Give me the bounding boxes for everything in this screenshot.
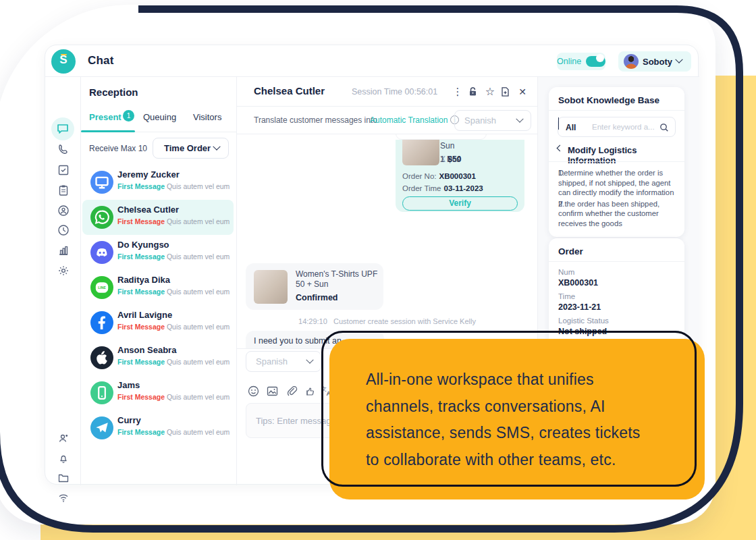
contact-tag: First Message bbox=[117, 252, 165, 261]
search-icon[interactable] bbox=[659, 123, 669, 132]
system-message: 14:29:10 Customer create session with Se… bbox=[237, 317, 537, 325]
contact-preview: Quis autem vel eum iu... bbox=[167, 252, 231, 261]
sort-order-select[interactable]: Time Order bbox=[153, 138, 229, 159]
order-time-label: Order Time bbox=[402, 184, 441, 192]
translate-label: Translate customer messages into bbox=[254, 115, 377, 125]
sidebar-item-tickets[interactable] bbox=[57, 184, 70, 197]
mobile-app-icon bbox=[90, 381, 113, 404]
contact-row[interactable]: Jams First Message Quis autem vel eum iu… bbox=[82, 375, 234, 410]
previous-bubble-peek bbox=[396, 134, 487, 140]
contact-name: Anson Seabra bbox=[117, 345, 176, 355]
knowledge-base-title: Sobot Knowledge Base bbox=[558, 95, 659, 105]
knowledge-base-card: Sobot Knowledge Base All Enter keyword a… bbox=[549, 87, 684, 237]
svg-text:LINE: LINE bbox=[98, 286, 106, 290]
translate-mode-link[interactable]: Automatic Translation bbox=[370, 115, 448, 125]
sidebar-item-files[interactable] bbox=[57, 471, 70, 485]
product-image bbox=[402, 140, 439, 165]
knowledge-search-box[interactable]: All Enter keyword a... bbox=[558, 117, 676, 137]
clock-icon bbox=[57, 223, 70, 237]
sidebar-item-notifications[interactable] bbox=[57, 452, 70, 465]
contact-tag: First Message bbox=[117, 393, 165, 401]
back-chevron-icon[interactable] bbox=[557, 145, 564, 152]
chevron-down-icon bbox=[306, 356, 313, 364]
contact-row[interactable]: Do Kyungso First Message Quis autem vel … bbox=[82, 235, 234, 270]
contact-row[interactable]: Curry First Message Quis autem vel eum i… bbox=[82, 410, 234, 446]
contact-name: Do Kyungso bbox=[117, 240, 169, 250]
translate-language-value: Spanish bbox=[464, 115, 496, 126]
sidebar-item-network[interactable] bbox=[57, 491, 70, 504]
more-menu-icon[interactable]: ⋮ bbox=[452, 86, 464, 98]
verify-button[interactable]: Verify bbox=[402, 196, 518, 211]
page: S Chat Online Soboty bbox=[0, 0, 756, 540]
contact-name: Chelsea Cutler bbox=[117, 205, 179, 215]
online-status-toggle-group: Online bbox=[557, 53, 605, 70]
contact-tag: First Message bbox=[117, 358, 165, 366]
contact-preview: Quis autem vel eum iu... bbox=[167, 288, 231, 296]
image-icon[interactable] bbox=[267, 385, 279, 398]
order-no-label: Order No: bbox=[402, 172, 437, 180]
close-icon[interactable]: ✕ bbox=[516, 86, 529, 98]
phone-icon bbox=[57, 143, 70, 157]
contact-row[interactable]: Jeremy Zucker First Message Quis autem v… bbox=[82, 165, 234, 200]
article-title[interactable]: Modify Logistics Information bbox=[568, 145, 684, 165]
folder-icon bbox=[57, 471, 70, 485]
order-no-value: XB000301 bbox=[439, 172, 476, 180]
product-title: Women's T-Shirts UPF 50 + Sun bbox=[296, 269, 378, 290]
tab-visitors[interactable]: Visitors bbox=[193, 112, 221, 122]
contact-row[interactable]: LINE Raditya Dika First Message Quis aut… bbox=[82, 270, 234, 305]
wifi-icon bbox=[57, 491, 70, 504]
sidebar-item-analytics[interactable] bbox=[57, 244, 70, 257]
contact-row-selected[interactable]: Chelsea Cutler First Message Quis autem … bbox=[82, 200, 234, 235]
tab-queuing[interactable]: Queuing bbox=[143, 112, 176, 122]
emoji-icon[interactable] bbox=[248, 385, 260, 398]
attachment-icon[interactable] bbox=[286, 385, 298, 398]
sidebar-item-contacts[interactable] bbox=[57, 204, 70, 217]
session-time: Session Time 00:56:01 bbox=[352, 87, 437, 97]
star-icon[interactable]: ☆ bbox=[484, 86, 496, 98]
contact-tag: First Message bbox=[117, 288, 165, 296]
search-filter-value[interactable]: All bbox=[566, 123, 576, 132]
contact-row[interactable]: Avril Lavigne First Message Quis autem v… bbox=[82, 305, 234, 340]
clipboard-icon bbox=[57, 184, 70, 197]
order-card-title: Order bbox=[558, 246, 583, 256]
sidebar-item-chat[interactable] bbox=[51, 117, 74, 140]
sidebar-item-calls[interactable] bbox=[57, 143, 70, 157]
product-image bbox=[254, 270, 288, 304]
product-message-bubble: Women's T-Shirts UPF 50 + Sun Confirmed bbox=[246, 263, 383, 310]
user-name: Soboty bbox=[643, 57, 672, 67]
contact-name: Jams bbox=[117, 380, 140, 390]
gear-icon bbox=[57, 264, 70, 277]
thumbs-up-icon[interactable] bbox=[304, 385, 316, 398]
sidebar-item-settings[interactable] bbox=[57, 264, 70, 277]
input-language-select[interactable]: Spanish bbox=[246, 351, 321, 372]
reception-panel: Reception Present 1 Queuing Visitors Rec… bbox=[81, 77, 237, 485]
order-card-bubble: Sun 1 Pcs X $50 Order No:XB000301 Order … bbox=[396, 140, 524, 212]
lock-icon[interactable] bbox=[468, 86, 480, 98]
sidebar-item-agent-status[interactable] bbox=[57, 431, 70, 445]
order-product-name: Sun bbox=[440, 141, 454, 151]
web-chat-icon bbox=[90, 171, 113, 194]
logistic-status-label: Logistic Status bbox=[558, 317, 609, 325]
contact-tag: First Message bbox=[117, 217, 165, 225]
order-num-label: Num bbox=[558, 268, 574, 276]
translate-bar: Translate customer messages into Automat… bbox=[237, 107, 537, 134]
whatsapp-icon bbox=[90, 206, 113, 229]
online-label: Online bbox=[557, 57, 581, 66]
contact-preview: Quis autem vel eum iu... bbox=[167, 323, 231, 331]
translate-language-select[interactable]: Spanish bbox=[454, 110, 531, 131]
contact-list: Jeremy Zucker First Message Quis autem v… bbox=[81, 165, 237, 485]
sidebar-item-history[interactable] bbox=[57, 223, 70, 237]
search-placeholder: Enter keyword a... bbox=[592, 123, 659, 131]
step-text: Determine whether the order is shipped, … bbox=[558, 168, 677, 198]
contact-row[interactable]: Anson Seabra First Message Quis autem ve… bbox=[82, 340, 234, 375]
tab-present[interactable]: Present bbox=[89, 112, 122, 122]
user-menu[interactable]: Soboty bbox=[618, 51, 691, 72]
avatar bbox=[624, 54, 639, 69]
chevron-down-icon bbox=[516, 115, 523, 123]
contact-name: Raditya Dika bbox=[117, 275, 170, 285]
new-document-icon[interactable] bbox=[500, 86, 512, 98]
online-toggle[interactable] bbox=[586, 56, 605, 67]
sidebar-rail bbox=[45, 77, 81, 485]
sidebar-item-tasks[interactable] bbox=[57, 163, 70, 177]
input-language-value: Spanish bbox=[256, 356, 288, 367]
